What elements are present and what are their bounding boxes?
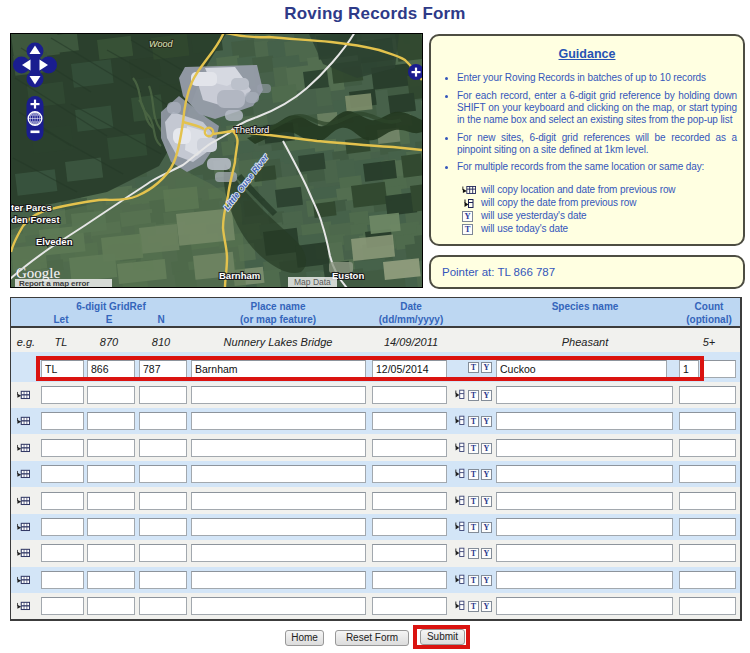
- svg-text:Barnham: Barnham: [219, 270, 260, 281]
- svg-text:Elveden: Elveden: [36, 236, 73, 247]
- svg-text:den Forest: den Forest: [11, 214, 60, 225]
- svg-text:Thetford: Thetford: [234, 124, 269, 135]
- svg-text:Wood: Wood: [149, 39, 174, 49]
- svg-text:Map Data: Map Data: [294, 277, 331, 287]
- svg-text:ter Parcs: ter Parcs: [11, 202, 52, 213]
- svg-text:Report a map error: Report a map error: [19, 279, 89, 287]
